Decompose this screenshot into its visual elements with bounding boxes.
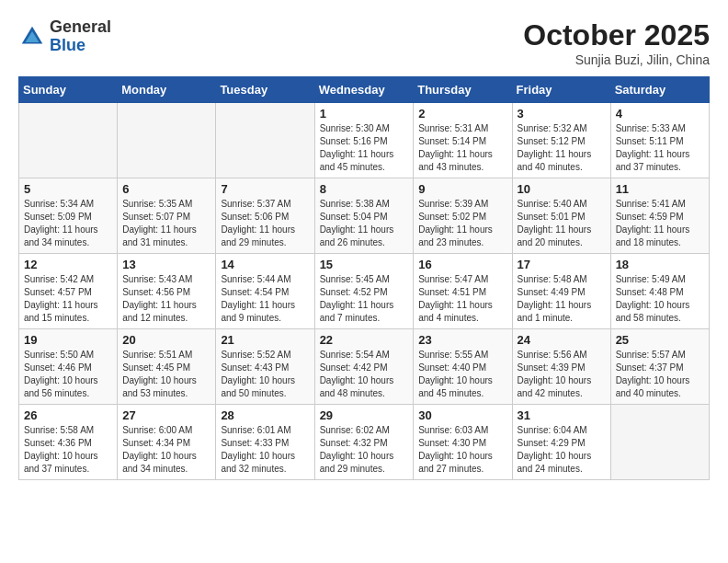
calendar-cell: 10Sunrise: 5:40 AM Sunset: 5:01 PM Dayli… <box>512 178 610 254</box>
logo-text: General Blue <box>50 18 111 55</box>
calendar-cell: 2Sunrise: 5:31 AM Sunset: 5:14 PM Daylig… <box>414 103 512 178</box>
day-number: 10 <box>518 182 606 196</box>
day-info: Sunrise: 5:44 AM Sunset: 4:54 PM Dayligh… <box>221 273 309 325</box>
calendar-table: SundayMondayTuesdayWednesdayThursdayFrid… <box>18 76 710 480</box>
calendar-cell: 20Sunrise: 5:51 AM Sunset: 4:45 PM Dayli… <box>118 329 216 405</box>
calendar-cell: 30Sunrise: 6:03 AM Sunset: 4:30 PM Dayli… <box>414 405 512 480</box>
weekday-header-thursday: Thursday <box>414 77 512 103</box>
week-row-5: 26Sunrise: 5:58 AM Sunset: 4:36 PM Dayli… <box>19 405 710 480</box>
day-number: 28 <box>221 408 309 422</box>
calendar-cell: 12Sunrise: 5:42 AM Sunset: 4:57 PM Dayli… <box>19 254 118 329</box>
day-number: 3 <box>518 107 606 121</box>
weekday-header-saturday: Saturday <box>610 77 709 103</box>
calendar-cell: 5Sunrise: 5:34 AM Sunset: 5:09 PM Daylig… <box>19 178 118 254</box>
day-number: 1 <box>320 107 409 121</box>
day-info: Sunrise: 5:48 AM Sunset: 4:49 PM Dayligh… <box>518 273 606 325</box>
day-info: Sunrise: 5:52 AM Sunset: 4:43 PM Dayligh… <box>221 349 309 400</box>
calendar-cell: 14Sunrise: 5:44 AM Sunset: 4:54 PM Dayli… <box>216 254 314 329</box>
calendar-cell: 1Sunrise: 5:30 AM Sunset: 5:16 PM Daylig… <box>314 103 414 178</box>
day-info: Sunrise: 5:38 AM Sunset: 5:04 PM Dayligh… <box>320 198 409 249</box>
calendar-cell: 28Sunrise: 6:01 AM Sunset: 4:33 PM Dayli… <box>216 405 314 480</box>
day-info: Sunrise: 5:47 AM Sunset: 4:51 PM Dayligh… <box>418 273 506 325</box>
calendar-cell: 8Sunrise: 5:38 AM Sunset: 5:04 PM Daylig… <box>314 178 414 254</box>
day-info: Sunrise: 5:35 AM Sunset: 5:07 PM Dayligh… <box>122 198 210 249</box>
day-info: Sunrise: 5:40 AM Sunset: 5:01 PM Dayligh… <box>518 198 606 249</box>
calendar-cell: 29Sunrise: 6:02 AM Sunset: 4:32 PM Dayli… <box>314 405 414 480</box>
calendar-cell: 21Sunrise: 5:52 AM Sunset: 4:43 PM Dayli… <box>216 329 314 405</box>
day-info: Sunrise: 5:43 AM Sunset: 4:56 PM Dayligh… <box>122 273 210 325</box>
day-number: 13 <box>122 258 210 271</box>
calendar-cell: 11Sunrise: 5:41 AM Sunset: 4:59 PM Dayli… <box>610 178 709 254</box>
day-number: 23 <box>418 333 506 347</box>
calendar-cell: 17Sunrise: 5:48 AM Sunset: 4:49 PM Dayli… <box>512 254 610 329</box>
day-number: 5 <box>24 182 112 196</box>
calendar-cell: 15Sunrise: 5:45 AM Sunset: 4:52 PM Dayli… <box>314 254 414 329</box>
calendar-cell <box>216 103 314 178</box>
day-number: 7 <box>221 182 309 196</box>
calendar-cell <box>19 103 118 178</box>
day-number: 31 <box>518 408 606 422</box>
day-number: 21 <box>221 333 309 347</box>
weekday-header-friday: Friday <box>512 77 610 103</box>
logo: General Blue <box>18 18 111 55</box>
day-info: Sunrise: 5:51 AM Sunset: 4:45 PM Dayligh… <box>122 349 210 400</box>
day-info: Sunrise: 6:01 AM Sunset: 4:33 PM Dayligh… <box>221 424 309 476</box>
calendar-cell: 4Sunrise: 5:33 AM Sunset: 5:11 PM Daylig… <box>610 103 709 178</box>
day-info: Sunrise: 6:00 AM Sunset: 4:34 PM Dayligh… <box>122 424 210 476</box>
weekday-header-wednesday: Wednesday <box>314 77 414 103</box>
calendar-cell: 3Sunrise: 5:32 AM Sunset: 5:12 PM Daylig… <box>512 103 610 178</box>
day-number: 30 <box>418 408 506 422</box>
week-row-3: 12Sunrise: 5:42 AM Sunset: 4:57 PM Dayli… <box>19 254 710 329</box>
calendar-cell: 31Sunrise: 6:04 AM Sunset: 4:29 PM Dayli… <box>512 405 610 480</box>
day-number: 8 <box>320 182 409 196</box>
day-number: 25 <box>616 333 704 347</box>
day-info: Sunrise: 5:31 AM Sunset: 5:14 PM Dayligh… <box>418 122 506 174</box>
week-row-4: 19Sunrise: 5:50 AM Sunset: 4:46 PM Dayli… <box>19 329 710 405</box>
month-title: October 2025 <box>523 18 710 52</box>
logo-blue: Blue <box>50 36 85 54</box>
weekday-header-monday: Monday <box>118 77 216 103</box>
day-info: Sunrise: 5:34 AM Sunset: 5:09 PM Dayligh… <box>24 198 112 249</box>
day-number: 6 <box>122 182 210 196</box>
logo-icon <box>18 23 46 51</box>
calendar-cell: 25Sunrise: 5:57 AM Sunset: 4:37 PM Dayli… <box>610 329 709 405</box>
day-number: 2 <box>418 107 506 121</box>
day-info: Sunrise: 5:42 AM Sunset: 4:57 PM Dayligh… <box>24 273 112 325</box>
day-number: 18 <box>616 258 704 271</box>
day-info: Sunrise: 5:37 AM Sunset: 5:06 PM Dayligh… <box>221 198 309 249</box>
calendar-cell: 6Sunrise: 5:35 AM Sunset: 5:07 PM Daylig… <box>118 178 216 254</box>
weekday-header-tuesday: Tuesday <box>216 77 314 103</box>
day-number: 20 <box>122 333 210 347</box>
logo-general: General <box>50 17 111 36</box>
weekday-header-row: SundayMondayTuesdayWednesdayThursdayFrid… <box>19 77 710 103</box>
calendar-cell: 9Sunrise: 5:39 AM Sunset: 5:02 PM Daylig… <box>414 178 512 254</box>
calendar-cell <box>118 103 216 178</box>
calendar-cell: 19Sunrise: 5:50 AM Sunset: 4:46 PM Dayli… <box>19 329 118 405</box>
day-number: 9 <box>418 182 506 196</box>
week-row-2: 5Sunrise: 5:34 AM Sunset: 5:09 PM Daylig… <box>19 178 710 254</box>
day-info: Sunrise: 5:57 AM Sunset: 4:37 PM Dayligh… <box>616 349 704 400</box>
day-number: 19 <box>24 333 112 347</box>
day-info: Sunrise: 6:04 AM Sunset: 4:29 PM Dayligh… <box>518 424 606 476</box>
page-header: General Blue October 2025 Sunjia Buzi, J… <box>18 18 710 67</box>
day-info: Sunrise: 5:55 AM Sunset: 4:40 PM Dayligh… <box>418 349 506 400</box>
title-block: October 2025 Sunjia Buzi, Jilin, China <box>523 18 710 67</box>
day-info: Sunrise: 5:33 AM Sunset: 5:11 PM Dayligh… <box>616 122 704 174</box>
day-number: 11 <box>616 182 704 196</box>
day-info: Sunrise: 5:56 AM Sunset: 4:39 PM Dayligh… <box>518 349 606 400</box>
day-number: 15 <box>320 258 409 271</box>
day-number: 22 <box>320 333 409 347</box>
day-info: Sunrise: 5:49 AM Sunset: 4:48 PM Dayligh… <box>616 273 704 325</box>
day-info: Sunrise: 5:58 AM Sunset: 4:36 PM Dayligh… <box>24 424 112 476</box>
day-info: Sunrise: 5:45 AM Sunset: 4:52 PM Dayligh… <box>320 273 409 325</box>
weekday-header-sunday: Sunday <box>19 77 118 103</box>
calendar-cell <box>610 405 709 480</box>
day-info: Sunrise: 6:02 AM Sunset: 4:32 PM Dayligh… <box>320 424 409 476</box>
day-info: Sunrise: 6:03 AM Sunset: 4:30 PM Dayligh… <box>418 424 506 476</box>
day-number: 26 <box>24 408 112 422</box>
calendar-cell: 26Sunrise: 5:58 AM Sunset: 4:36 PM Dayli… <box>19 405 118 480</box>
calendar-cell: 24Sunrise: 5:56 AM Sunset: 4:39 PM Dayli… <box>512 329 610 405</box>
calendar-cell: 16Sunrise: 5:47 AM Sunset: 4:51 PM Dayli… <box>414 254 512 329</box>
day-number: 27 <box>122 408 210 422</box>
day-number: 24 <box>518 333 606 347</box>
